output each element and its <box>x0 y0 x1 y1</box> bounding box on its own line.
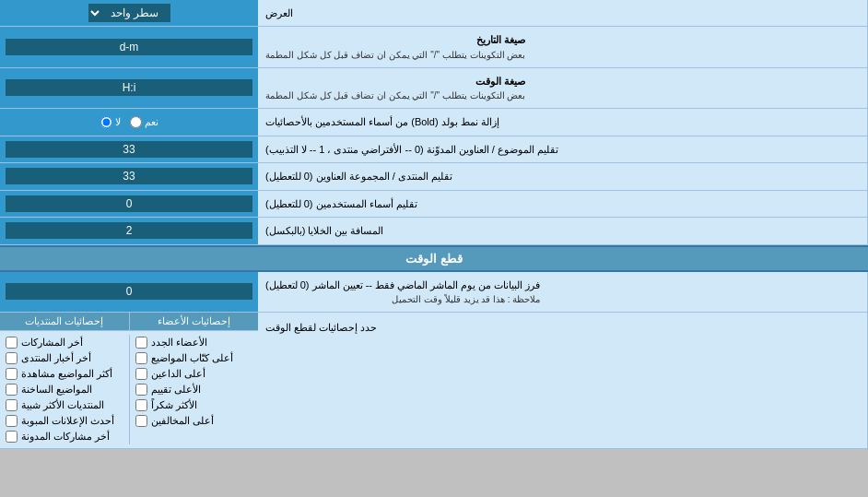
cutoff-section-title: قطع الوقت <box>405 252 463 266</box>
date-format-row: صيغة التاريخ بعض التكوينات يتطلب "/" الت… <box>0 27 868 68</box>
checkboxes-area: إحصائيات الأعضاء إحصائيات المنتديات الأع… <box>0 313 258 448</box>
checkbox-item: أخر مشاركات المدونة <box>6 429 123 444</box>
bold-remove-label: إزالة نمط بولد (Bold) من أسماء المستخدمي… <box>258 109 868 136</box>
subject-align-input[interactable] <box>6 141 252 158</box>
date-format-input-cell <box>0 27 258 67</box>
bold-radio-yes-text: نعم <box>145 116 158 128</box>
checkbox-item: أخر المشاركات <box>6 335 123 350</box>
cutoff-input[interactable] <box>6 283 252 300</box>
bold-remove-radio-cell: نعم لا <box>0 109 258 136</box>
bold-radio-yes-label[interactable]: نعم <box>130 116 158 128</box>
subject-align-label: تقليم الموضوع / العناوين المدوّنة (0 -- … <box>258 136 868 163</box>
bold-radio-no[interactable] <box>100 116 112 128</box>
col2-header: إحصائيات الأعضاء <box>129 313 259 330</box>
checkbox-item: الأعضاء الجدد <box>135 335 253 350</box>
checkbox-item: أكثر المواضيع مشاهدة <box>6 366 123 382</box>
display-select[interactable]: سطر واحد <box>88 4 170 22</box>
display-label: العرض <box>258 0 868 26</box>
checkbox-item: الأعلى تقييم <box>135 382 253 397</box>
checkbox-last-news[interactable] <box>6 352 18 364</box>
time-format-main-label: صيغة الوقت <box>265 74 525 89</box>
cutoff-sub-label: ملاحظة : هذا قد يزيد قليلاً وقت التحميل <box>265 292 540 306</box>
checkbox-top-writers[interactable] <box>135 352 147 364</box>
subject-align-row: تقليم الموضوع / العناوين المدوّنة (0 -- … <box>0 136 868 164</box>
time-format-input[interactable] <box>6 79 252 96</box>
checkbox-most-viewed[interactable] <box>6 368 18 380</box>
main-container: العرض سطر واحد صيغة التاريخ بعض التكوينا… <box>0 0 868 449</box>
checkbox-popular-forums[interactable] <box>6 399 18 411</box>
date-format-input[interactable] <box>6 39 252 55</box>
subject-align-label-text: تقليم الموضوع / العناوين المدوّنة (0 -- … <box>265 142 558 158</box>
cutoff-input-cell <box>0 272 258 313</box>
checkbox-col1: أخر المشاركات أخر أخبار المنتدى أكثر الم… <box>0 335 129 444</box>
date-format-main-label: صيغة التاريخ <box>265 32 525 48</box>
usernames-align-label: تقليم أسماء المستخدمين (0 للتعطيل) <box>258 191 868 218</box>
display-label-text: العرض <box>265 7 293 19</box>
spacing-input-cell <box>0 218 258 244</box>
time-format-row: صيغة الوقت بعض التكوينات يتطلب "/" التي … <box>0 68 868 110</box>
usernames-align-input[interactable] <box>6 195 252 212</box>
spacing-input[interactable] <box>6 222 252 239</box>
date-format-sub-label: بعض التكوينات يتطلب "/" التي يمكن ان تضا… <box>265 48 525 62</box>
checkbox-col2: الأعضاء الجدد أعلى كتّاب المواضيع أعلى ا… <box>129 335 259 444</box>
limit-label-cell: حدد إحصائيات لقطع الوقت <box>258 313 868 448</box>
checkbox-item: المنتديات الأكثر شبية <box>6 397 123 413</box>
bold-radio-no-label[interactable]: لا <box>100 116 121 128</box>
checkbox-item: أعلى الداعين <box>135 366 253 382</box>
display-select-cell: سطر واحد <box>0 0 258 26</box>
checkbox-members-new[interactable] <box>135 337 147 349</box>
checkbox-item: أخر أخبار المنتدى <box>6 350 123 366</box>
date-format-label: صيغة التاريخ بعض التكوينات يتطلب "/" الت… <box>258 27 868 67</box>
usernames-align-label-text: تقليم أسماء المستخدمين (0 للتعطيل) <box>265 196 417 212</box>
checkbox-most-thanked[interactable] <box>135 399 147 411</box>
checkbox-top-violators[interactable] <box>135 415 147 427</box>
checkbox-item: أحدث الإعلانات المبوبة <box>6 413 123 429</box>
bold-remove-row: إزالة نمط بولد (Bold) من أسماء المستخدمي… <box>0 109 868 136</box>
checkbox-top-rated[interactable] <box>135 384 147 396</box>
bold-radio-yes[interactable] <box>130 116 142 128</box>
limit-label-text: حدد إحصائيات لقطع الوقت <box>265 320 377 336</box>
checkbox-top-referrers[interactable] <box>135 368 147 380</box>
checkbox-latest-ads[interactable] <box>6 415 18 427</box>
checkbox-item: أعلى المخالفين <box>135 413 253 429</box>
forum-align-label: تقليم المنتدى / المجموعة العناوين (0 للت… <box>258 163 868 190</box>
cutoff-section-header: قطع الوقت <box>0 245 868 272</box>
col1-header: إحصائيات المنتديات <box>0 313 129 330</box>
checkbox-item: الأكثر شكراً <box>135 397 253 413</box>
checkbox-hot-topics[interactable] <box>6 384 18 396</box>
display-row: العرض سطر واحد <box>0 0 868 27</box>
forum-align-input-cell <box>0 163 258 190</box>
spacing-row: المسافة بين الخلايا (بالبكسل) <box>0 218 868 245</box>
subject-align-input-cell <box>0 136 258 163</box>
checkbox-last-blog[interactable] <box>6 431 18 443</box>
checkboxes-section: حدد إحصائيات لقطع الوقت إحصائيات الأعضاء… <box>0 313 868 449</box>
spacing-label-text: المسافة بين الخلايا (بالبكسل) <box>265 223 384 239</box>
forum-align-row: تقليم المنتدى / المجموعة العناوين (0 للت… <box>0 163 868 191</box>
checkbox-item: أعلى كتّاب المواضيع <box>135 350 253 366</box>
checkbox-items-row: الأعضاء الجدد أعلى كتّاب المواضيع أعلى ا… <box>0 331 258 448</box>
usernames-align-input-cell <box>0 191 258 218</box>
cutoff-row: فرز البيانات من يوم الماشر الماضي فقط --… <box>0 272 868 314</box>
cutoff-label: فرز البيانات من يوم الماشر الماضي فقط --… <box>258 272 868 313</box>
checkbox-headers: إحصائيات الأعضاء إحصائيات المنتديات <box>0 313 258 331</box>
checkbox-last-posts[interactable] <box>6 337 18 349</box>
bold-radio-no-text: لا <box>115 116 121 128</box>
time-format-sub-label: بعض التكوينات يتطلب "/" التي يمكن ان تضا… <box>265 89 525 102</box>
spacing-label: المسافة بين الخلايا (بالبكسل) <box>258 218 868 244</box>
cutoff-main-label: فرز البيانات من يوم الماشر الماضي فقط --… <box>265 278 540 293</box>
forum-align-label-text: تقليم المنتدى / المجموعة العناوين (0 للت… <box>265 169 452 184</box>
usernames-align-row: تقليم أسماء المستخدمين (0 للتعطيل) <box>0 191 868 219</box>
checkbox-item: المواضيع الساخنة <box>6 382 123 397</box>
bold-remove-label-text: إزالة نمط بولد (Bold) من أسماء المستخدمي… <box>265 114 499 130</box>
time-format-label: صيغة الوقت بعض التكوينات يتطلب "/" التي … <box>258 68 868 109</box>
time-format-input-cell <box>0 68 258 109</box>
forum-align-input[interactable] <box>6 168 252 184</box>
